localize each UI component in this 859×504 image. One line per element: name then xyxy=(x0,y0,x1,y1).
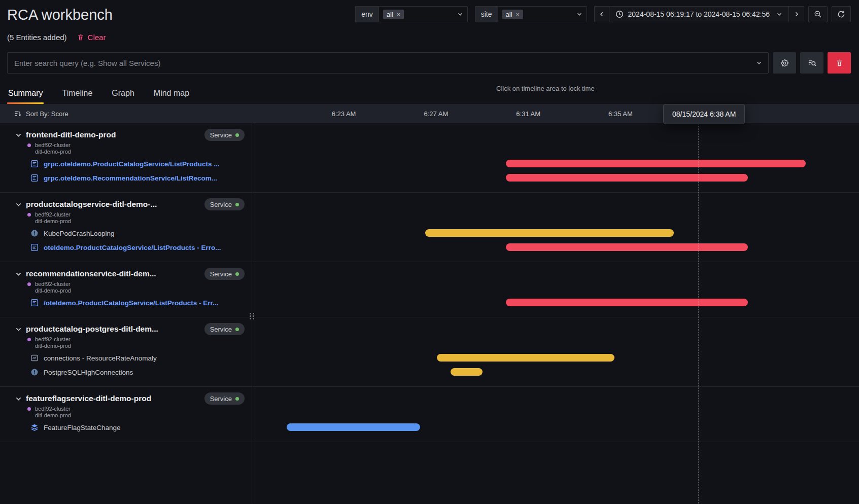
timeline-bar[interactable] xyxy=(451,368,483,376)
timeline-bar[interactable] xyxy=(506,174,748,182)
entity-name[interactable]: recommendationservice-ditl-dem... xyxy=(26,269,156,278)
time-range-back-button[interactable] xyxy=(594,6,609,22)
entity-cluster: bedf92-cluster ditl-demo-prod xyxy=(27,406,245,419)
entity-cluster: bedf92-cluster ditl-demo-prod xyxy=(27,142,245,155)
zoom-out-button[interactable] xyxy=(808,6,828,22)
entity-row: productcatalog-postgres-ditl-dem... Serv… xyxy=(0,317,859,387)
collapse-chevron-icon[interactable] xyxy=(15,395,22,402)
site-filter-chip: all × xyxy=(502,10,524,19)
entity-item[interactable]: /oteldemo.ProductCatalogService/ListProd… xyxy=(30,296,245,310)
remove-site-value-icon[interactable]: × xyxy=(516,11,520,18)
timeline-lanes[interactable] xyxy=(252,317,859,386)
entity-type-badge: Service xyxy=(204,198,245,210)
tab-graph[interactable]: Graph xyxy=(111,85,135,104)
clear-label: Clear xyxy=(88,33,106,42)
entity-type-badge: Service xyxy=(204,268,245,280)
tab-timeline[interactable]: Timeline xyxy=(61,85,93,104)
env-filter-select[interactable]: all × xyxy=(379,6,468,22)
env-filter: env all × xyxy=(355,6,468,22)
trash-icon xyxy=(77,33,84,41)
settings-button[interactable] xyxy=(773,52,796,74)
badge-label: Service xyxy=(210,395,232,403)
entity-item[interactable]: FeatureFlagStateChange xyxy=(30,420,245,435)
tab-summary[interactable]: Summary xyxy=(7,85,44,104)
delete-query-button[interactable] xyxy=(828,52,851,74)
entity-meta: productcatalogservice-ditl-demo-... Serv… xyxy=(0,193,252,262)
chevron-down-icon xyxy=(576,11,582,17)
top-controls: env all × site all × xyxy=(355,6,851,22)
namespace-name: ditl-demo-prod xyxy=(35,149,71,155)
entity-item-label: connections - ResourceRateAnomaly xyxy=(44,354,157,362)
collapse-chevron-icon[interactable] xyxy=(15,326,22,333)
entity-name[interactable]: productcatalog-postgres-ditl-dem... xyxy=(26,325,158,334)
entity-row: frontend-ditl-demo-prod Service bedf92-c… xyxy=(0,123,859,193)
timeline-bar[interactable] xyxy=(506,299,748,306)
axis-tick-label: 6:27 AM xyxy=(424,110,449,118)
cluster-dot xyxy=(27,407,31,411)
timeline-bar[interactable] xyxy=(437,354,614,362)
collapse-chevron-icon[interactable] xyxy=(15,271,22,277)
timeline-bar[interactable] xyxy=(287,423,420,431)
cluster-name: bedf92-cluster xyxy=(35,281,71,287)
axis-tick-label: 6:35 AM xyxy=(608,110,633,118)
axis-tick-label: 6:23 AM xyxy=(332,110,356,118)
timeline-lanes[interactable] xyxy=(252,123,859,192)
empty-row xyxy=(0,442,859,503)
entities-count: (5 Entities added) xyxy=(7,33,67,42)
layers-icon xyxy=(30,423,39,431)
search-box xyxy=(7,52,769,74)
chevron-right-icon xyxy=(794,11,800,17)
query-preview-button[interactable] xyxy=(800,52,823,74)
site-filter-value: all xyxy=(506,11,512,18)
clear-entities-button[interactable]: Clear xyxy=(77,33,106,42)
document-search-icon xyxy=(808,59,816,67)
entity-item[interactable]: grpc.oteldemo.ProductCatalogService/List… xyxy=(30,157,245,171)
entity-item[interactable]: grpc.oteldemo.RecommendationService/List… xyxy=(30,171,245,185)
entity-row: featureflagservice-ditl-demo-prod Servic… xyxy=(0,387,859,442)
site-filter-select[interactable]: all × xyxy=(498,6,587,22)
entity-item[interactable]: connections - ResourceRateAnomaly xyxy=(30,351,245,365)
chevron-down-icon[interactable] xyxy=(756,60,762,66)
cluster-name: bedf92-cluster xyxy=(35,406,71,412)
entity-item-label: /oteldemo.ProductCatalogService/ListProd… xyxy=(44,299,218,307)
alert-icon xyxy=(30,229,39,237)
time-axis-ticks[interactable]: 6:23 AM6:27 AM6:31 AM6:35 AM xyxy=(252,104,859,123)
timeline-lanes[interactable] xyxy=(252,387,859,442)
collapse-chevron-icon[interactable] xyxy=(15,132,22,138)
entity-name[interactable]: featureflagservice-ditl-demo-prod xyxy=(26,394,151,403)
entity-name[interactable]: frontend-ditl-demo-prod xyxy=(26,130,116,139)
timeline-lanes[interactable] xyxy=(252,262,859,317)
entity-cluster: bedf92-cluster ditl-demo-prod xyxy=(27,336,245,349)
timeline-bar[interactable] xyxy=(506,243,748,251)
timeline-lanes[interactable] xyxy=(252,193,859,262)
entity-item[interactable]: KubePodCrashLooping xyxy=(30,226,245,240)
timeline-bar[interactable] xyxy=(425,229,674,237)
entity-item-label: FeatureFlagStateChange xyxy=(44,424,121,431)
sort-control[interactable]: Sort By: Score xyxy=(0,104,252,123)
collapse-chevron-icon[interactable] xyxy=(15,201,22,208)
search-input[interactable] xyxy=(7,52,769,74)
trace-icon xyxy=(30,174,39,182)
timeline-bar[interactable] xyxy=(506,160,806,167)
entity-item-label: oteldemo.ProductCatalogService/ListProdu… xyxy=(44,244,221,251)
entity-row: recommendationservice-ditl-dem... Servic… xyxy=(0,262,859,317)
time-tooltip: 08/15/2024 6:38 AM xyxy=(663,104,745,124)
entity-item[interactable]: PostgreSQLHighConnections xyxy=(30,365,245,379)
time-range-forward-button[interactable] xyxy=(789,6,804,22)
entity-item[interactable]: oteldemo.ProductCatalogService/ListProdu… xyxy=(30,240,245,255)
refresh-button[interactable] xyxy=(832,6,851,22)
time-range-picker[interactable]: 2024-08-15 06:19:17 to 2024-08-15 06:42:… xyxy=(609,6,789,22)
panel-resize-handle[interactable] xyxy=(250,313,255,319)
remove-env-value-icon[interactable]: × xyxy=(397,11,401,18)
entity-name[interactable]: productcatalogservice-ditl-demo-... xyxy=(26,200,157,209)
zoom-out-icon xyxy=(814,10,822,18)
entity-meta: featureflagservice-ditl-demo-prod Servic… xyxy=(0,387,252,442)
entity-meta: productcatalog-postgres-ditl-dem... Serv… xyxy=(0,317,252,386)
namespace-name: ditl-demo-prod xyxy=(35,343,71,349)
health-dot xyxy=(235,328,239,331)
tab-mind-map[interactable]: Mind map xyxy=(153,85,190,104)
time-controls: 2024-08-15 06:19:17 to 2024-08-15 06:42:… xyxy=(594,6,851,22)
badge-label: Service xyxy=(210,270,232,278)
entity-row: productcatalogservice-ditl-demo-... Serv… xyxy=(0,193,859,262)
health-dot xyxy=(235,397,239,401)
